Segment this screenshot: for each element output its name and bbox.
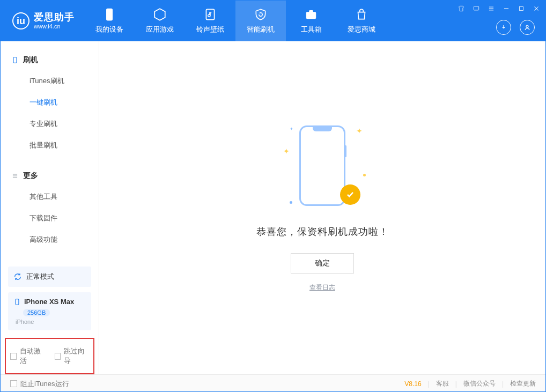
device-card[interactable]: iPhone XS Max 256GB iPhone (8, 292, 91, 330)
check-badge-icon (340, 184, 360, 205)
sparkle-icon: ✦ (290, 127, 293, 131)
ok-button[interactable]: 确定 (291, 253, 354, 273)
tab-label: 应用游戏 (146, 25, 174, 34)
tab-apps[interactable]: 应用游戏 (135, 1, 185, 41)
bag-icon (355, 8, 368, 21)
sparkle-icon: ✦ (356, 127, 363, 135)
svg-rect-2 (306, 12, 315, 19)
tab-flash[interactable]: 智能刷机 (235, 1, 286, 41)
music-file-icon (203, 8, 217, 21)
sidebar-item-oneclick-flash[interactable]: 一键刷机 (1, 92, 99, 113)
checkbox-label: 跳过向导 (64, 346, 89, 366)
svg-rect-0 (107, 9, 113, 20)
tab-label: 工具箱 (301, 25, 322, 34)
skin-button[interactable] (456, 4, 466, 13)
sidebar-item-other-tools[interactable]: 其他工具 (1, 186, 99, 208)
body: 刷机 iTunes刷机 一键刷机 专业刷机 批量刷机 更多 其他工具 下载固件 … (1, 41, 545, 374)
tab-store[interactable]: 爱思商城 (336, 1, 387, 41)
svg-rect-7 (13, 57, 17, 63)
sidebar-item-download-firmware[interactable]: 下载固件 (1, 208, 99, 229)
nav-tabs: 我的设备 应用游戏 铃声壁纸 智能刷机 工具箱 爱思商城 (84, 1, 387, 41)
menu-button[interactable] (486, 4, 496, 13)
sidebar: 刷机 iTunes刷机 一键刷机 专业刷机 批量刷机 更多 其他工具 下载固件 … (1, 41, 99, 374)
download-button[interactable] (496, 20, 511, 35)
tab-device[interactable]: 我的设备 (84, 1, 135, 41)
shield-refresh-icon (254, 8, 268, 21)
app-site: www.i4.cn (34, 23, 75, 29)
header-actions (496, 20, 535, 35)
sparkle-icon: ✦ (283, 147, 290, 156)
device-name: iPhone XS Max (24, 298, 74, 306)
separator: | (428, 380, 430, 388)
sidebar-item-batch-flash[interactable]: 批量刷机 (1, 135, 99, 156)
sidebar-item-pro-flash[interactable]: 专业刷机 (1, 113, 99, 135)
sidebar-item-itunes-flash[interactable]: iTunes刷机 (1, 70, 99, 92)
window-controls (456, 4, 541, 13)
footer-link-wechat[interactable]: 微信公众号 (463, 379, 496, 388)
checkbox-label: 自动激活 (20, 346, 45, 366)
header: iu 爱思助手 www.i4.cn 我的设备 应用游戏 铃声壁纸 智能刷机 工具… (1, 1, 545, 41)
minimize-button[interactable] (501, 4, 511, 13)
account-button[interactable] (520, 20, 535, 35)
footer-link-support[interactable]: 客服 (436, 379, 449, 388)
checkbox-auto-activate[interactable]: 自动激活 (10, 346, 45, 366)
checkbox-block-itunes[interactable]: 阻止iTunes运行 (10, 379, 69, 389)
device-icon (11, 56, 19, 64)
logo: iu 爱思助手 www.i4.cn (1, 1, 84, 41)
tab-label: 铃声壁纸 (196, 25, 224, 34)
checkbox-label: 阻止iTunes运行 (20, 379, 69, 389)
svg-rect-5 (474, 6, 478, 10)
group-title: 刷机 (23, 55, 38, 65)
separator: | (455, 380, 457, 388)
mode-card[interactable]: 正常模式 (8, 267, 91, 287)
footer-link-update[interactable]: 检查更新 (510, 379, 536, 388)
cube-icon (153, 8, 167, 21)
logo-icon: iu (12, 12, 29, 29)
sidebar-group-more: 更多 (1, 166, 99, 186)
version-label: V8.16 (404, 380, 421, 388)
main-panel: ✦ ✦ ✦ 恭喜您，保资料刷机成功啦！ 确定 查看日志 (99, 41, 545, 374)
device-type: iPhone (16, 319, 86, 325)
tab-ring[interactable]: 铃声壁纸 (185, 1, 235, 41)
briefcase-icon (304, 8, 318, 21)
tab-label: 我的设备 (95, 25, 123, 34)
separator: | (502, 380, 504, 388)
list-icon (11, 172, 19, 180)
feedback-button[interactable] (471, 4, 481, 13)
checkbox-skip-guide[interactable]: 跳过向导 (55, 346, 90, 366)
svg-point-4 (526, 25, 528, 27)
sidebar-item-advanced[interactable]: 高级功能 (1, 229, 99, 250)
device-storage-badge: 256GB (23, 309, 50, 316)
tab-label: 爱思商城 (348, 25, 375, 34)
svg-rect-8 (16, 299, 19, 305)
dot-icon (290, 201, 292, 204)
refresh-icon (13, 272, 22, 281)
group-title: 更多 (23, 171, 38, 181)
svg-rect-6 (520, 7, 523, 11)
success-message: 恭喜您，保资料刷机成功啦！ (256, 225, 389, 238)
phone-outline-icon (299, 125, 345, 206)
success-illustration: ✦ ✦ ✦ (282, 123, 363, 209)
dot-icon (363, 174, 366, 176)
app-name: 爱思助手 (34, 12, 75, 23)
svg-rect-3 (309, 10, 313, 12)
checkbox-box (55, 353, 61, 360)
checkbox-box (10, 353, 17, 360)
tab-tools[interactable]: 工具箱 (286, 1, 336, 41)
phone-icon (102, 8, 116, 21)
phone-small-icon (13, 298, 21, 306)
footer: 阻止iTunes运行 V8.16 | 客服 | 微信公众号 | 检查更新 (1, 374, 545, 392)
mode-label: 正常模式 (26, 272, 54, 282)
maximize-button[interactable] (517, 4, 526, 13)
flash-options-highlight: 自动激活 跳过向导 (5, 338, 94, 374)
tab-label: 智能刷机 (247, 25, 275, 34)
checkbox-box (10, 380, 17, 387)
sidebar-group-flash: 刷机 (1, 50, 99, 70)
view-log-link[interactable]: 查看日志 (309, 283, 335, 292)
close-button[interactable] (532, 4, 541, 13)
